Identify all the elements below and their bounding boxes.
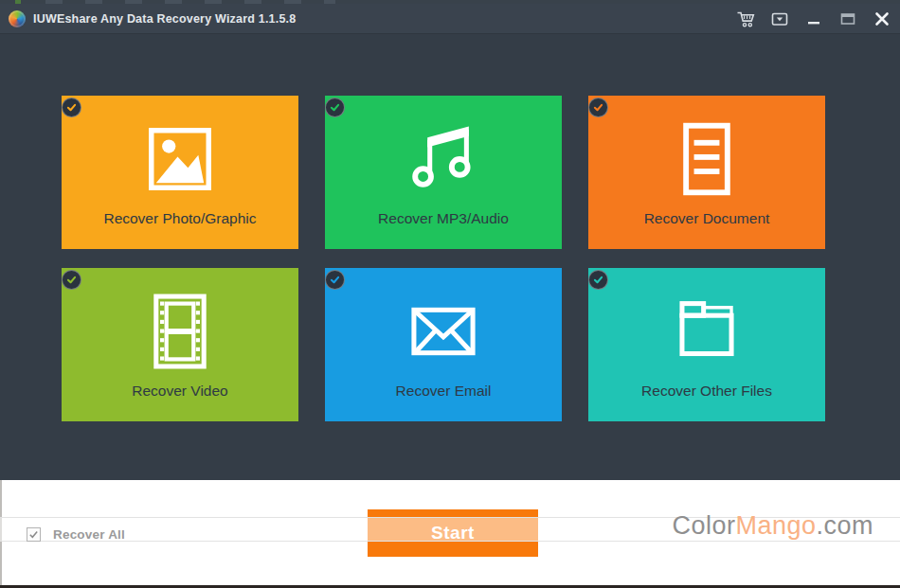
film-strip-icon xyxy=(140,292,220,371)
app-logo-icon xyxy=(9,10,26,27)
app-window: IUWEshare Any Data Recovery Wizard 1.1.5… xyxy=(0,0,900,588)
check-badge-icon[interactable] xyxy=(325,98,345,117)
tile-label: Recover Email xyxy=(325,383,562,400)
cart-icon[interactable] xyxy=(736,8,755,30)
tile-label: Recover Other Files xyxy=(588,383,825,400)
window-controls xyxy=(736,4,891,34)
folder-icon xyxy=(667,292,747,371)
tile-label: Recover Video xyxy=(62,383,298,400)
maximize-button[interactable] xyxy=(838,8,857,30)
footer-bar: Recover All Start ColorMango.com xyxy=(0,480,900,588)
recover-all-checkbox[interactable]: Recover All xyxy=(27,526,125,543)
checkbox-checked-icon[interactable] xyxy=(27,527,41,542)
recover-all-label: Recover All xyxy=(53,527,125,542)
tile-label: Recover Document xyxy=(588,210,825,227)
envelope-icon xyxy=(404,292,483,371)
check-badge-icon[interactable] xyxy=(325,270,345,290)
tile-label: Recover Photo/Graphic xyxy=(62,210,298,227)
check-badge-icon[interactable] xyxy=(588,98,608,117)
photo-icon xyxy=(140,119,220,199)
main-panel: Recover Photo/Graphic Recover MP3/Audio … xyxy=(0,34,900,480)
music-note-icon xyxy=(404,119,483,199)
recover-tile[interactable]: Recover Other Files xyxy=(588,268,825,421)
check-badge-icon[interactable] xyxy=(588,270,608,290)
recover-tile[interactable]: Recover Email xyxy=(325,268,562,421)
check-badge-icon[interactable] xyxy=(62,270,81,290)
watermark-part3: .com xyxy=(816,511,873,540)
start-button[interactable]: Start xyxy=(368,509,538,557)
tile-label: Recover MP3/Audio xyxy=(325,210,562,227)
watermark-part2: Mango xyxy=(735,511,816,540)
watermark-part1: Color xyxy=(672,511,735,540)
minimize-button[interactable] xyxy=(804,8,823,30)
dropdown-box-icon[interactable] xyxy=(770,8,789,30)
document-icon xyxy=(667,119,747,199)
watermark: ColorMango.com xyxy=(672,511,873,541)
titlebar: IUWEshare Any Data Recovery Wizard 1.1.5… xyxy=(0,4,900,34)
recover-tile[interactable]: Recover MP3/Audio xyxy=(325,96,562,249)
window-title: IUWEshare Any Data Recovery Wizard 1.1.5… xyxy=(33,12,296,26)
recover-tile[interactable]: Recover Document xyxy=(588,96,825,249)
start-button-label: Start xyxy=(368,509,538,557)
recovery-tile-grid: Recover Photo/Graphic Recover MP3/Audio … xyxy=(62,96,825,421)
recover-tile[interactable]: Recover Photo/Graphic xyxy=(62,96,298,249)
check-badge-icon[interactable] xyxy=(62,98,81,117)
close-icon[interactable] xyxy=(873,8,891,30)
recover-tile[interactable]: Recover Video xyxy=(62,268,298,421)
